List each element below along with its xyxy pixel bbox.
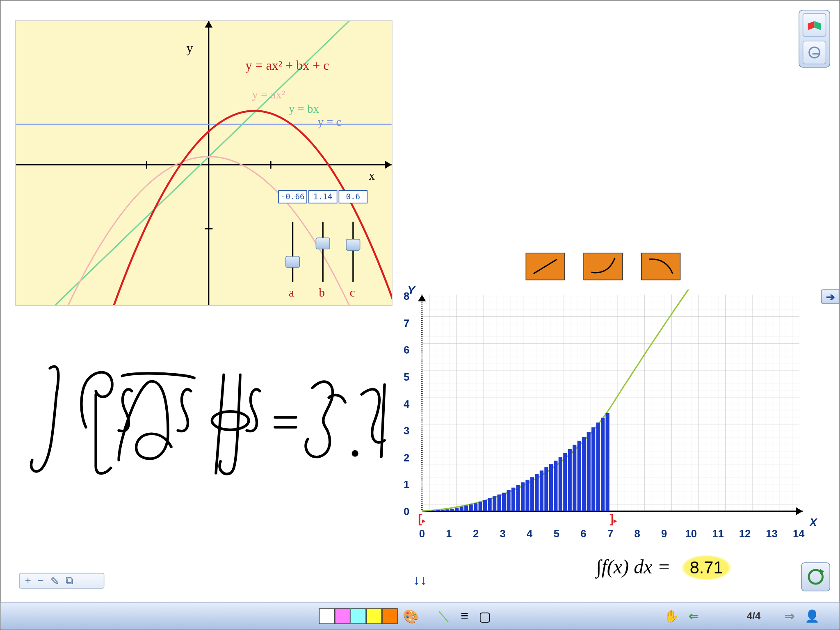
presenter-icon[interactable]: 👤 xyxy=(804,608,819,623)
refresh-button[interactable] xyxy=(801,562,830,591)
eq-bx: y = bx xyxy=(289,103,319,116)
svg-line-12 xyxy=(534,259,557,274)
y-tick: 7 xyxy=(404,317,409,329)
x-tick: 8 xyxy=(631,528,644,540)
slider-c-thumb[interactable] xyxy=(346,239,360,251)
svg-rect-39 xyxy=(525,480,529,511)
slider-a-value[interactable]: -0.66 xyxy=(278,190,307,203)
svg-rect-29 xyxy=(479,502,482,511)
integral-value: 8.71 xyxy=(675,554,737,581)
duplicate-page-button[interactable]: ⧉ xyxy=(66,575,73,587)
eject-icon xyxy=(808,47,820,59)
x-tick: 2 xyxy=(469,528,482,540)
curve-convex-button[interactable] xyxy=(583,253,623,280)
swatch-cyan[interactable] xyxy=(350,608,366,623)
slider-b-label: b xyxy=(319,286,325,300)
hand-tool[interactable]: ✋ xyxy=(664,608,679,623)
y-tick: 5 xyxy=(404,372,409,383)
curve-concave-button[interactable] xyxy=(641,253,680,280)
curve-type-group xyxy=(526,253,681,280)
side-toolbox xyxy=(799,10,830,68)
swatch-white[interactable] xyxy=(319,608,335,623)
integral-lower-handle[interactable]: [▸ xyxy=(418,513,425,527)
screen-tool[interactable]: ▢ xyxy=(479,608,491,623)
integral-expr: ∫f(x) dx = xyxy=(596,556,670,578)
y-tick: 0 xyxy=(404,506,409,518)
svg-rect-35 xyxy=(507,490,510,511)
svg-rect-24 xyxy=(455,508,459,511)
svg-rect-52 xyxy=(587,432,591,511)
x-tick: 7 xyxy=(604,528,617,540)
x-tick: 1 xyxy=(442,528,455,540)
mode-button[interactable] xyxy=(803,41,826,64)
svg-line-11 xyxy=(381,385,385,457)
cube-icon xyxy=(808,18,821,32)
collapse-toggle[interactable]: ↓↓ xyxy=(413,572,427,589)
page-indicator: 4/4 xyxy=(747,610,760,621)
slider-b-value[interactable]: 1.14 xyxy=(308,190,337,203)
next-page-button[interactable]: ⇒ xyxy=(782,608,797,623)
svg-rect-36 xyxy=(511,488,515,511)
quadratic-widget[interactable]: y x y = ax² + bx + c y = ax² y = bx y = … xyxy=(15,21,393,306)
x-tick: 0 xyxy=(415,528,429,540)
slider-a-label: a xyxy=(289,286,294,300)
svg-rect-21 xyxy=(441,510,445,511)
x-tick: 14 xyxy=(792,528,805,540)
whiteboard-stage[interactable]: y x y = ax² + bx + c y = ax² y = bx y = … xyxy=(0,0,840,630)
line-weight-tool[interactable]: ≡ xyxy=(461,608,468,623)
slider-b-track[interactable] xyxy=(322,222,324,282)
slider-a-thumb[interactable] xyxy=(285,256,300,268)
color-palette: 🎨 xyxy=(319,608,420,623)
integral-upper-handle[interactable]: ]▸ xyxy=(609,513,617,527)
svg-rect-54 xyxy=(596,422,600,511)
x-tick: 12 xyxy=(738,528,751,540)
edit-page-button[interactable]: ✎ xyxy=(50,575,59,587)
axis-label-y: y xyxy=(186,41,193,56)
handwritten-integral xyxy=(21,355,388,486)
svg-rect-22 xyxy=(445,509,449,511)
expand-right-button[interactable]: ➔ xyxy=(821,290,840,304)
eq-full: y = ax² + bx + c xyxy=(245,58,329,73)
x-tick: 13 xyxy=(765,528,778,540)
swatch-pink[interactable] xyxy=(335,608,350,623)
add-page-button[interactable]: + xyxy=(25,575,31,587)
y-tick: 4 xyxy=(404,398,409,410)
curve-linear-button[interactable] xyxy=(526,253,565,280)
nav-right-group: ⇒ 👤 xyxy=(782,608,820,623)
svg-rect-37 xyxy=(516,485,520,511)
quadratic-plot xyxy=(16,21,392,305)
prev-page-button[interactable]: ⇐ xyxy=(686,608,701,623)
svg-rect-38 xyxy=(521,482,525,511)
svg-rect-55 xyxy=(601,418,605,511)
x-tick: 10 xyxy=(685,528,698,540)
objects-button[interactable] xyxy=(803,13,826,37)
svg-rect-48 xyxy=(568,449,572,511)
y-tick: 1 xyxy=(404,479,409,491)
svg-rect-40 xyxy=(530,477,534,511)
svg-point-7 xyxy=(212,411,249,430)
slider-c-value[interactable]: 0.6 xyxy=(339,190,368,203)
slider-a-track[interactable] xyxy=(292,222,293,282)
svg-rect-19 xyxy=(431,511,435,511)
palette-icon[interactable]: 🎨 xyxy=(403,608,419,623)
arrow-right-icon: ➔ xyxy=(826,290,835,303)
pen-tool[interactable]: ＼ xyxy=(437,607,450,625)
remove-page-button[interactable]: − xyxy=(38,575,44,587)
integral-widget[interactable]: Y X 012345678 01234567891011121314 [▸ ]▸ xyxy=(402,290,809,585)
svg-rect-23 xyxy=(450,509,454,511)
svg-rect-14 xyxy=(422,294,799,511)
swatch-yellow[interactable] xyxy=(366,608,382,623)
svg-rect-27 xyxy=(469,504,473,511)
svg-rect-49 xyxy=(573,445,576,511)
eq-c: y = c xyxy=(317,116,341,130)
svg-rect-32 xyxy=(493,496,496,511)
slider-c-track[interactable] xyxy=(352,222,354,282)
page-mini-toolbar: + − ✎ ⧉ xyxy=(19,573,104,589)
swatch-orange[interactable] xyxy=(382,608,397,623)
refresh-icon xyxy=(808,569,824,584)
svg-rect-45 xyxy=(554,461,557,511)
y-tick: 8 xyxy=(404,291,409,303)
slider-b-thumb[interactable] xyxy=(316,237,330,249)
svg-rect-30 xyxy=(483,500,487,511)
y-tick: 2 xyxy=(404,452,409,464)
